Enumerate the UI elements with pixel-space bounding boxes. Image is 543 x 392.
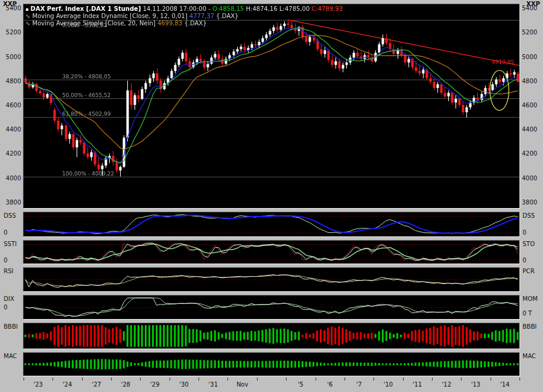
close-value: C:4789,93 — [312, 5, 343, 12]
x-axis-label: '27 — [92, 381, 101, 388]
x-axis-label: '31 — [209, 381, 218, 388]
dix-indicator-chart[interactable] — [23, 295, 520, 320]
x-axis-label: '30 — [179, 381, 188, 388]
x-axis-label: '28 — [121, 381, 130, 388]
ma2-value: 4699,83 — [157, 20, 182, 27]
x-axis-tick — [82, 378, 83, 381]
dix-left-label: DIX — [4, 296, 14, 302]
x-axis-tick — [24, 378, 24, 381]
x-axis-tick — [111, 378, 112, 381]
x-axis-tick — [227, 378, 228, 381]
y-axis-tick-label: 5200 — [522, 29, 537, 36]
x-axis-label: '7 — [356, 381, 361, 388]
x-axis-tick — [198, 378, 199, 381]
x-axis-tick — [491, 378, 491, 381]
x-axis-label: '6 — [327, 381, 332, 388]
x-axis-label: '23 — [33, 381, 42, 388]
y-axis-tick-label: 4400 — [522, 126, 537, 133]
x-axis-label: '12 — [442, 381, 451, 388]
mom-zero-right: 0 T — [522, 310, 532, 317]
y-axis-tick-label: 4800 — [0, 78, 21, 84]
mac-right-label: MAC — [522, 353, 536, 359]
y-axis-tick-label: 3800 — [0, 199, 21, 206]
y-axis-tick-label: 5400 — [0, 5, 21, 11]
x-axis-label: '29 — [150, 381, 159, 388]
y-axis-tick-label: 4600 — [0, 102, 21, 109]
x-axis-tick — [519, 378, 520, 381]
x-axis-tick — [345, 378, 345, 381]
charting-app-window: { "window": { "corner_label": "XXP" }, "… — [0, 0, 543, 392]
rsi-left-label: RSI — [4, 268, 13, 274]
x-axis-tick — [52, 378, 53, 381]
ssti-left-label: SSTI — [4, 241, 17, 247]
y-axis-tick-label: 4600 — [522, 102, 537, 109]
y-axis-tick-label: 4200 — [522, 150, 537, 157]
x-axis-tick — [403, 378, 404, 381]
x-axis-tick — [170, 378, 170, 381]
x-axis-tick — [432, 378, 433, 381]
header-line-ohlc: ▪ DAX Perf. Index [.DAX 1 Stunde] 14.11.… — [25, 5, 343, 13]
dss-left-label: DSS — [4, 212, 16, 219]
mac-left-label: MAC — [4, 353, 17, 359]
x-axis-label: '10 — [384, 381, 393, 388]
ssti-zero-left: 0 — [4, 257, 7, 264]
high-value: H:4874,16 — [246, 5, 278, 12]
x-axis-tick — [140, 378, 141, 381]
y-axis-tick-label: 4400 — [0, 126, 21, 133]
wave-icon: ∿ — [25, 13, 30, 19]
dss-zero-left: 0 — [4, 229, 7, 236]
x-axis-label: Nov — [237, 381, 249, 388]
dix-zero-left: 0 — [4, 304, 7, 311]
x-axis-tick — [286, 378, 287, 381]
x-axis-tick — [373, 378, 374, 381]
main-price-chart[interactable] — [23, 4, 520, 209]
header-separator: - — [208, 5, 211, 12]
dss-right-label: DSS — [522, 212, 535, 219]
ma1-value: 4777,37 — [189, 13, 214, 19]
x-axis-label: '13 — [471, 381, 480, 388]
ma1-name: Moving Average Index Dynamic [Close, 9, … — [33, 13, 188, 19]
ma2-suffix: {.DAX} — [184, 20, 206, 27]
chart-header: ▪ DAX Perf. Index [.DAX 1 Stunde] 14.11.… — [25, 5, 343, 27]
low-value: L:4785,00 — [279, 5, 310, 12]
bbbi-indicator-chart[interactable] — [23, 323, 520, 349]
y-axis-tick-label: 4200 — [0, 150, 21, 157]
y-axis-tick-label: 5400 — [522, 5, 537, 11]
ma1-suffix: {.DAX} — [216, 13, 238, 19]
mac-indicator-chart[interactable] — [23, 352, 520, 376]
ssti-indicator-chart[interactable] — [23, 240, 520, 264]
ma2-name: Moving Average Simple [Close, 20, Nein] — [33, 20, 156, 27]
x-axis-tick — [461, 378, 462, 381]
y-axis-tick-label: 5000 — [522, 54, 537, 60]
y-axis-tick-label: 3800 — [522, 199, 537, 206]
x-axis-label: '14 — [500, 381, 509, 388]
candlestick-series-icon: ▪ — [25, 7, 28, 12]
header-line-ma1: ∿ Moving Average Index Dynamic [Close, 9… — [25, 13, 343, 20]
x-axis-label: '11 — [413, 381, 422, 388]
y-axis-tick-label: 4000 — [522, 175, 537, 182]
open-value: O:4858,15 — [212, 5, 244, 12]
y-axis-tick-label: 4800 — [522, 78, 537, 84]
header-line-ma2: ∿ Moving Average Simple [Close, 20, Nein… — [25, 20, 343, 27]
mom-right-label: MOM — [522, 296, 538, 302]
y-axis-tick-label: 5200 — [0, 29, 21, 36]
pcr-right-label: PCR — [522, 268, 535, 274]
y-axis-tick-label: 4000 — [0, 175, 21, 182]
header-datetime: 14.11.2008 17:00:00 — [143, 5, 206, 12]
sto-right-label: STO — [522, 241, 535, 247]
x-axis-tick — [257, 378, 258, 381]
y-axis-tick-label: 5000 — [0, 54, 21, 60]
bbbi-right-label: BBBI — [522, 323, 537, 330]
x-axis-label: '24 — [63, 381, 72, 388]
dss-zero-right: 0 — [522, 229, 526, 236]
rsi-indicator-chart[interactable] — [23, 267, 520, 292]
dss-indicator-chart[interactable] — [23, 212, 520, 237]
wave-icon: ∿ — [25, 20, 30, 27]
instrument-title: DAX Perf. Index [.DAX 1 Stunde] — [31, 5, 141, 12]
ssti-zero-right: 0 — [522, 257, 526, 264]
bbbi-left-label: BBBI — [4, 323, 18, 330]
x-axis-label: '5 — [298, 381, 303, 388]
x-axis-tick — [316, 378, 316, 381]
